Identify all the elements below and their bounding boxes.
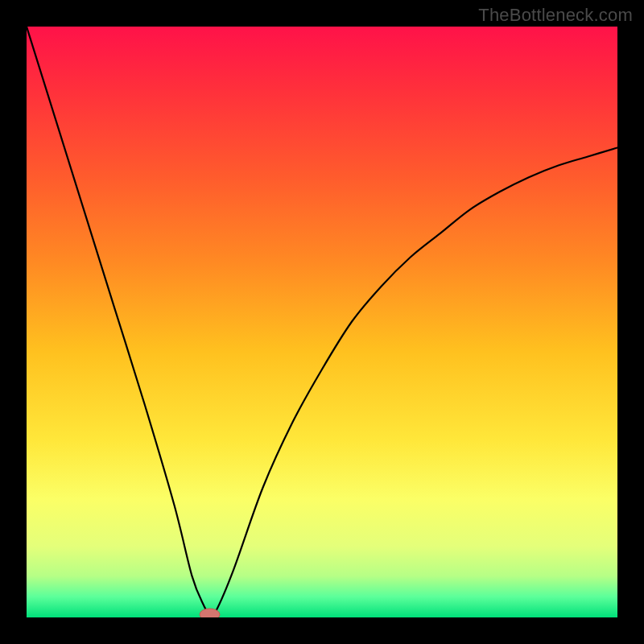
plot-area xyxy=(27,27,617,617)
chart-frame: TheBottleneck.com xyxy=(0,0,644,644)
gradient-background xyxy=(27,27,617,617)
chart-svg xyxy=(27,27,617,617)
minimum-marker xyxy=(200,609,220,617)
watermark-text: TheBottleneck.com xyxy=(478,5,633,26)
